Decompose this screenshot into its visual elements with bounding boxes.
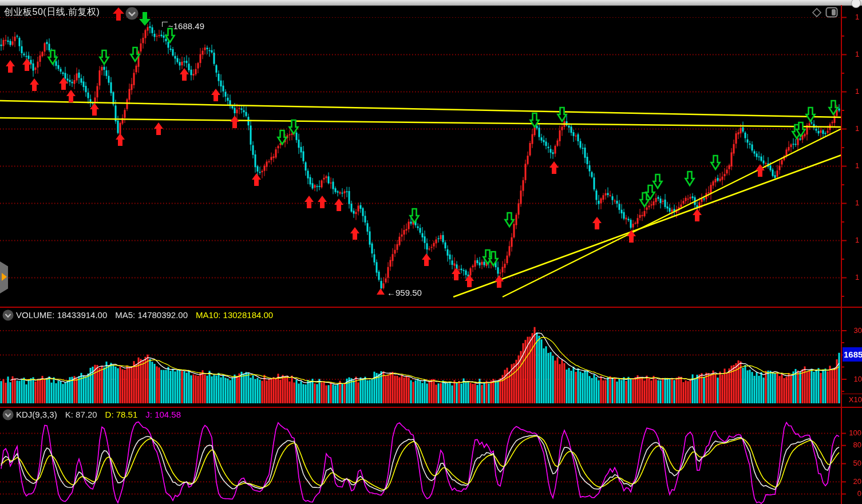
diamond-icon[interactable] <box>811 7 823 18</box>
collapse-kdj-button[interactable] <box>2 409 14 420</box>
high-annotation: ~1688.49 <box>162 21 204 31</box>
price-axis-line <box>841 5 842 504</box>
top-scrollbar[interactable] <box>0 0 862 6</box>
panel-toggle-icon[interactable] <box>825 7 838 18</box>
main-axis-label: 1 <box>855 199 859 207</box>
main-axis-label: 1 <box>855 273 859 281</box>
chart-canvas[interactable] <box>0 0 862 504</box>
kdj-header: KDJ(9,3,3) K: 87.20 D: 78.51 J: 104.58 <box>16 410 181 419</box>
main-axis-label: 1 <box>855 236 859 244</box>
price-tag: 1685 <box>843 347 862 362</box>
axis-unit-divider <box>841 394 862 394</box>
kdj-axis-label: 20 <box>843 478 861 486</box>
volume-header: VOLUME: 18433914.00 MA5: 14780392.00 MA1… <box>16 310 273 320</box>
volume-ma10: MA10: 13028184.00 <box>196 310 273 320</box>
main-axis-label: 1 <box>855 50 859 58</box>
kdj-k-value: K: 87.20 <box>65 410 97 419</box>
drawer-arrow-icon <box>2 273 7 281</box>
kdj-axis-label: 100 <box>843 429 861 437</box>
kdj-axis-label: 80 <box>843 441 861 449</box>
kdj-axis-label: 0 <box>843 490 861 498</box>
volume-axis-label: 10 <box>843 375 862 383</box>
low-annotation: ←959.50 <box>387 288 422 297</box>
main-axis-label: 1 <box>855 88 859 96</box>
down-arrow-icon[interactable] <box>139 12 151 26</box>
volume-axis-label: 30 <box>843 327 862 335</box>
kdj-d-value: D: 78.51 <box>105 410 138 419</box>
annotation-pointer <box>162 22 168 27</box>
volume-value: VOLUME: 18433914.00 <box>16 310 107 320</box>
collapse-main-button[interactable] <box>125 7 139 20</box>
main-axis-label: 1 <box>855 162 859 170</box>
pane-divider-volume[interactable] <box>0 307 862 308</box>
collapse-volume-button[interactable] <box>2 309 14 321</box>
main-axis-label: 1 <box>855 125 859 133</box>
kdj-name: KDJ(9,3,3) <box>16 410 57 419</box>
chart-title: 创业板50(日线.前复权) <box>4 6 100 18</box>
pane-divider-kdj[interactable] <box>0 407 862 408</box>
volume-unit-label: X10 <box>843 396 862 404</box>
up-arrow-icon[interactable] <box>113 7 124 21</box>
volume-ma5: MA5: 14780392.00 <box>115 310 188 320</box>
main-axis-label: 1 <box>855 13 859 21</box>
kdj-j-value: J: 104.58 <box>145 410 181 419</box>
stock-chart-app: 创业板50(日线.前复权) ~1688.49 ←959.50 VOLUME: 1… <box>0 0 862 504</box>
kdj-axis-label: 50 <box>843 459 861 467</box>
